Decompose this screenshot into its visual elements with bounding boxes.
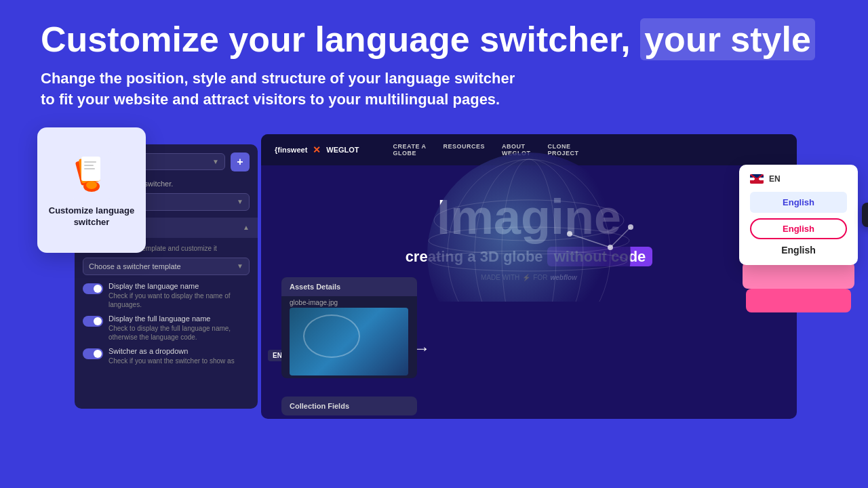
toggle2-desc: Check to display the full language name,…	[108, 324, 250, 342]
template-select[interactable]: Choose a switcher template ▼	[83, 258, 250, 275]
uk-flag-icon	[750, 174, 764, 184]
sidebar-plus-button[interactable]: +	[231, 152, 250, 171]
globe-visual	[400, 152, 658, 302]
webflow-preview: {finsweet ✕ WEGLOT CREATE AGLOBE RESOURC…	[261, 134, 797, 419]
ls-english-outline[interactable]: English	[750, 218, 847, 239]
toggle-full-name-switch[interactable]	[83, 316, 103, 327]
language-switcher-overlay: EN English English English ✎	[739, 165, 858, 312]
svg-rect-6	[84, 168, 95, 169]
toggle2-label: Display the full language name	[108, 314, 250, 323]
feature-card: Customize language switcher	[37, 127, 146, 253]
card-icon	[68, 151, 115, 199]
assets-header: Assets Details	[281, 277, 417, 296]
collection-panel: Collection Fields	[281, 396, 417, 415]
toggle-dropdown-switch[interactable]	[83, 348, 103, 359]
globe-image-preview	[290, 308, 408, 375]
ls-en-label: EN	[769, 174, 781, 184]
svg-rect-4	[84, 161, 96, 163]
toggle3-desc: Check if you want the switcher to show a…	[108, 357, 250, 365]
toggle-dropdown: Switcher as a dropdown Check if you want…	[83, 347, 250, 365]
globe-filename: globe-image.jpg	[290, 299, 409, 306]
globe-image-item: globe-image.jpg	[281, 296, 417, 378]
ls-card-pink1	[743, 262, 854, 289]
toggle1-desc: Check if you want to display the name of…	[108, 291, 250, 309]
hero-section: Customize your language switcher, your s…	[0, 0, 868, 124]
ls-card-pink2	[746, 289, 851, 312]
wf-hero: Imagine creating a 3D globe without code…	[261, 165, 797, 288]
ls-english-blue[interactable]: English	[750, 192, 847, 213]
sidebar-body: Select a pre-made template and customize…	[75, 238, 258, 378]
logo-x: ✕	[313, 144, 321, 155]
logo-finsweet: {finsweet	[275, 146, 307, 154]
toggle1-label: Display the language name	[108, 282, 250, 290]
toggle-language-name-switch[interactable]	[83, 283, 103, 294]
arrow-indicator: →	[414, 339, 430, 358]
bottom-section: Customize language switcher ▼ + iguring …	[0, 124, 868, 429]
main-headline: Customize your language switcher, your s…	[41, 20, 827, 59]
edit-button[interactable]: ✎	[862, 203, 868, 227]
ls-english-plain: English	[750, 245, 847, 256]
svg-rect-5	[84, 165, 94, 166]
ls-header: EN	[750, 174, 847, 184]
svg-point-8	[86, 181, 97, 189]
toggle-language-name: Display the language name Check if you w…	[83, 282, 250, 309]
collection-header: Collection Fields	[281, 396, 417, 415]
toggle-full-name: Display the full language name Check to …	[83, 314, 250, 342]
headline-highlight: your style	[640, 18, 815, 60]
sub-headline: Change the position, style and structure…	[41, 68, 651, 110]
toggle3-label: Switcher as a dropdown	[108, 347, 250, 355]
assets-panel: Assets Details globe-image.jpg	[281, 277, 417, 378]
ls-card-white: EN English English English ✎	[739, 165, 858, 265]
logo-weglot: WEGLOT	[326, 146, 359, 154]
wf-logo: {finsweet ✕ WEGLOT	[275, 144, 359, 155]
card-title: Customize language switcher	[47, 205, 136, 228]
